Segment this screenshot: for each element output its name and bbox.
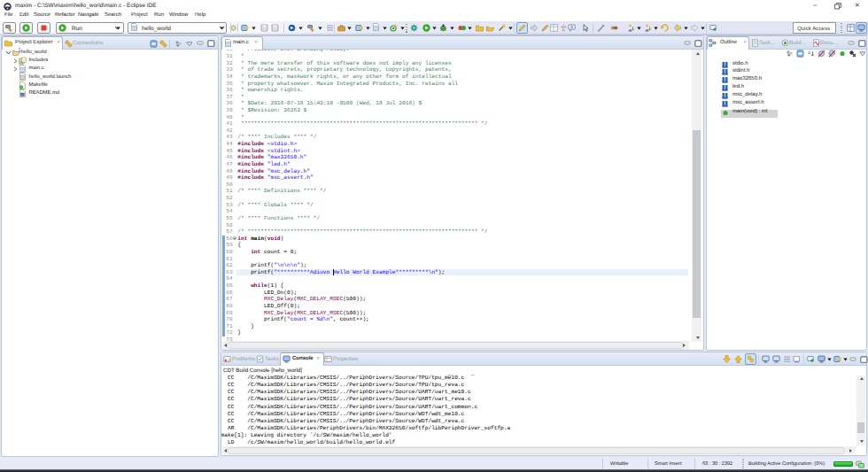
svg-text:c: c (376, 26, 377, 29)
svg-text:c: c (228, 42, 229, 45)
svg-text:a: a (808, 50, 810, 56)
svg-text:c: c (22, 67, 24, 71)
svg-text:c: c (134, 26, 136, 29)
